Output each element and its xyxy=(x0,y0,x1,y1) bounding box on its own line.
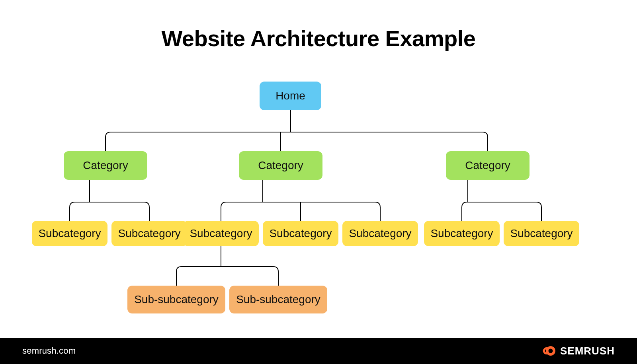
node-subcategory-1: Subcategory xyxy=(32,221,107,246)
node-category-3-label: Category xyxy=(465,159,510,172)
node-subcategory-6-label: Subcategory xyxy=(430,227,493,240)
node-subcategory-2-label: Subcategory xyxy=(118,227,180,240)
node-subcategory-7-label: Subcategory xyxy=(510,227,573,240)
node-category-2: Category xyxy=(239,151,322,180)
node-subcategory-6: Subcategory xyxy=(424,221,500,246)
node-subcategory-3-label: Subcategory xyxy=(190,227,252,240)
node-subcategory-5: Subcategory xyxy=(342,221,418,246)
flame-icon xyxy=(543,345,556,356)
node-subcategory-1-label: Subcategory xyxy=(38,227,101,240)
node-subcategory-7: Subcategory xyxy=(504,221,579,246)
node-category-2-label: Category xyxy=(258,159,303,172)
brand-name: SEMRUSH xyxy=(560,345,615,357)
node-category-1-label: Category xyxy=(83,159,128,172)
node-home-label: Home xyxy=(276,90,305,102)
footer-url: semrush.com xyxy=(22,346,76,356)
node-subsubcategory-2: Sub-subcategory xyxy=(229,286,327,313)
svg-point-8 xyxy=(548,349,553,353)
footer-bar: semrush.com SEMRUSH xyxy=(0,338,637,364)
node-home: Home xyxy=(260,82,321,110)
diagram-stage: Website Architecture Example Home Catego… xyxy=(0,0,637,364)
node-subcategory-4-label: Subcategory xyxy=(269,227,332,240)
node-subsubcategory-1: Sub-subcategory xyxy=(127,286,225,313)
node-subcategory-3: Subcategory xyxy=(183,221,259,246)
node-category-3: Category xyxy=(446,151,530,180)
node-subcategory-4: Subcategory xyxy=(263,221,338,246)
node-subsubcategory-2-label: Sub-subcategory xyxy=(236,293,320,306)
node-subcategory-5-label: Subcategory xyxy=(349,227,411,240)
node-subcategory-2: Subcategory xyxy=(111,221,187,246)
node-category-1: Category xyxy=(64,151,147,180)
page-title: Website Architecture Example xyxy=(0,25,637,51)
brand: SEMRUSH xyxy=(543,345,615,357)
node-subsubcategory-1-label: Sub-subcategory xyxy=(134,293,219,306)
